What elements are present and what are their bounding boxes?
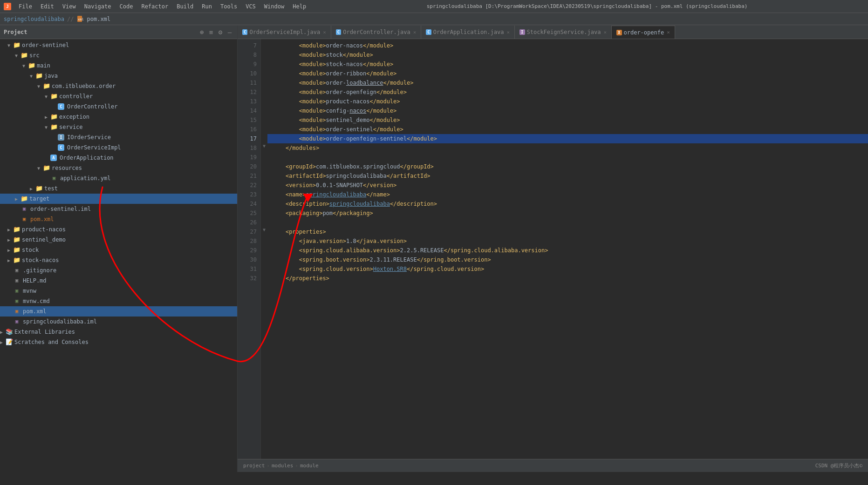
breadcrumb-trail: project › modules › module [243, 463, 319, 469]
label-test: test [44, 185, 58, 192]
tree-item-main[interactable]: ▼ 📁 main [0, 61, 237, 71]
tree-item-service[interactable]: ▼ 📁 service [0, 122, 237, 132]
tab-OrderApplication[interactable]: C OrderApplication.java × [421, 26, 515, 39]
tree-item-stock-nacos[interactable]: ▶ 📁 stock-nacos [0, 255, 237, 265]
tree-item-IOrderService[interactable]: I IOrderService [0, 132, 237, 142]
folder-icon-resources: 📁 [43, 164, 50, 172]
tab-order-openfe[interactable]: X order-openfe × [612, 26, 675, 39]
menu-window[interactable]: Window [260, 2, 288, 11]
tree-item-pom-xml-root[interactable]: ▣ pom.xml [0, 306, 237, 317]
tree-item-pom-sentinel[interactable]: ▣ pom.xml [0, 214, 237, 224]
folder-icon-stock-nacos: 📁 [13, 256, 21, 264]
line-22: 22 [238, 181, 260, 190]
arrow-stock-nacos: ▶ [7, 258, 13, 263]
line-21: 21 [238, 171, 260, 181]
tree-item-test[interactable]: ▶ 📁 test [0, 183, 237, 194]
fold-27[interactable]: ▼ [261, 225, 267, 235]
folder-icon-service: 📁 [50, 123, 58, 131]
tab-close-order-openfe[interactable]: × [667, 29, 670, 35]
code-line-9: <module>stock-nacos</module> [267, 60, 868, 69]
line-28: 28 [238, 236, 260, 246]
status-bar: project › modules › module CSDN @程序员小杰© [238, 459, 868, 472]
tab-StockFeignService[interactable]: I StockFeignService.java × [515, 26, 612, 39]
tab-close-StockFeignService[interactable]: × [603, 29, 607, 35]
tree-item-mvnw-cmd[interactable]: ▣ mvnw.cmd [0, 296, 237, 306]
fold-23 [261, 188, 267, 197]
menu-file[interactable]: File [15, 2, 36, 11]
label-main: main [37, 62, 50, 69]
tree-item-com-itbluebox-order[interactable]: ▼ 📁 com.itbluebox.order [0, 81, 237, 91]
fold-29 [261, 244, 267, 253]
action-settings[interactable]: ⚙ [217, 28, 224, 36]
label-OrderApplication: OrderApplication [60, 155, 114, 161]
folder-icon-target: 📁 [21, 195, 28, 202]
tab-OrderServiceImpl[interactable]: C OrderServiceImpl.java × [238, 26, 331, 39]
project-name[interactable]: springcloudalibaba [4, 16, 64, 22]
tree-item-help-md[interactable]: ▣ HELP.md [0, 276, 237, 286]
tree-item-java[interactable]: ▼ 📁 java [0, 71, 237, 81]
tree-item-target[interactable]: ▶ 📁 target [0, 194, 237, 204]
menu-refactor[interactable]: Refactor [137, 2, 172, 11]
arrow-product-nacos: ▶ [7, 227, 13, 232]
tab-close-OrderServiceImpl[interactable]: × [323, 29, 326, 35]
tab-close-OrderApplication[interactable]: × [506, 29, 510, 35]
menu-tools[interactable]: Tools [217, 2, 241, 11]
tree-item-application-yml[interactable]: ▣ application.yml [0, 173, 237, 183]
bc-module: module [300, 463, 319, 469]
tree-item-OrderServiceImpl[interactable]: C OrderServiceImpl [0, 142, 237, 153]
tree-item-scratches[interactable]: ▶ 📝 Scratches and Consoles [0, 337, 237, 347]
folder-icon-java: 📁 [35, 72, 43, 80]
arrow-external-libs: ▶ [0, 330, 6, 335]
menu-run[interactable]: Run [198, 2, 216, 11]
code-line-14: <module>config-nacos</module> [267, 106, 868, 115]
menu-build[interactable]: Build [173, 2, 197, 11]
action-minimize[interactable]: — [226, 28, 233, 36]
menu-edit[interactable]: Edit [37, 2, 58, 11]
label-external-libraries: External Libraries [14, 329, 75, 335]
tree-item-order-sentinel-iml[interactable]: ▣ order-sentinel.iml [0, 204, 237, 214]
fold-24 [261, 197, 267, 207]
line-13: 13 [238, 97, 260, 106]
action-collapse[interactable]: ≡ [207, 28, 215, 36]
fold-17 [261, 132, 267, 141]
line-32: 32 [238, 274, 260, 283]
line-11: 11 [238, 78, 260, 88]
menu-code[interactable]: Code [116, 2, 137, 11]
tree-item-exception[interactable]: ▶ 📁 exception [0, 112, 237, 122]
tree-item-external-libraries[interactable]: ▶ 📚 External Libraries [0, 327, 237, 337]
tab-OrderController[interactable]: C OrderController.java × [331, 26, 422, 39]
tree-item-src[interactable]: ▼ 📁 src [0, 50, 237, 61]
tree-item-product-nacos[interactable]: ▶ 📁 product-nacos [0, 224, 237, 235]
tree-item-order-sentinel[interactable]: ▼ 📁 order-sentinel [0, 40, 237, 50]
status-right-text: CSDN @程序员小杰© [815, 462, 862, 469]
menu-view[interactable]: View [59, 2, 80, 11]
tree-item-mvnw[interactable]: ▣ mvnw [0, 286, 237, 296]
tree-item-resources[interactable]: ▼ 📁 resources [0, 163, 237, 173]
tree-item-OrderController[interactable]: C OrderController [0, 101, 237, 112]
tree-item-gitignore[interactable]: ▣ .gitignore [0, 265, 237, 276]
fold-30 [261, 253, 267, 263]
menu-vcs[interactable]: VCS [242, 2, 260, 11]
code-line-13: <module>product-nacos</module> [267, 97, 868, 106]
tree-item-stock[interactable]: ▶ 📁 stock [0, 245, 237, 255]
tree-item-springcloudalibaba-iml[interactable]: ▣ springcloudalibaba.iml [0, 317, 237, 327]
arrow-src: ▼ [15, 53, 21, 58]
label-target: target [29, 195, 49, 202]
tree-item-OrderApplication[interactable]: A OrderApplication [0, 153, 237, 163]
window-title: springcloudalibaba [D:\ProgramWorkSpace\… [310, 3, 864, 9]
code-editor[interactable]: <module>order-nacos</module> <module>sto… [267, 39, 868, 459]
tree-item-sentinel-demo[interactable]: ▶ 📁 sentinel_demo [0, 235, 237, 245]
line-31: 31 [238, 264, 260, 274]
arrow-target: ▶ [15, 196, 21, 202]
menu-navigate[interactable]: Navigate [81, 2, 115, 11]
fold-18[interactable]: ▼ [261, 141, 267, 151]
tree-item-controller[interactable]: ▼ 📁 controller [0, 91, 237, 101]
line-17: 17 [238, 134, 260, 143]
line-26: 26 [238, 218, 260, 227]
fold-20 [261, 160, 267, 169]
label-help-md: HELP.md [23, 277, 47, 284]
menu-help[interactable]: Help [289, 2, 310, 11]
action-target[interactable]: ⊕ [198, 28, 205, 36]
tab-close-OrderController[interactable]: × [413, 29, 417, 35]
fold-22 [261, 179, 267, 188]
